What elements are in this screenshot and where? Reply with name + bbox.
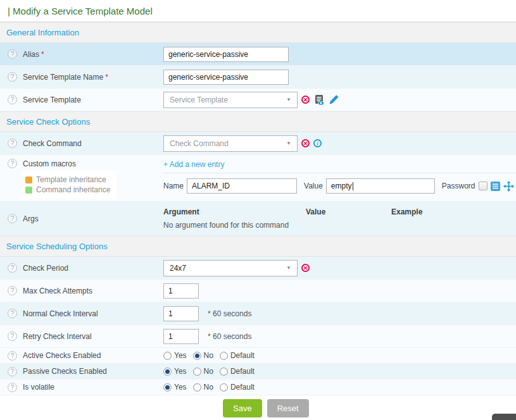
required-marker: * xyxy=(105,73,108,82)
radio-icon[interactable] xyxy=(220,352,228,360)
row-active-checks-enabled: ? Active Checks Enabled Yes No Default xyxy=(0,348,516,364)
save-button[interactable]: Save xyxy=(223,399,262,417)
radio-option-default[interactable]: Default xyxy=(220,383,255,392)
radio-icon-checked[interactable] xyxy=(163,383,172,392)
interval-unit-label: * 60 seconds xyxy=(208,332,251,341)
is-volatile-label: Is volatile xyxy=(23,383,54,392)
help-icon[interactable]: ? xyxy=(8,351,17,361)
passive-checks-enabled-label: Passive Checks Enabled xyxy=(23,367,107,376)
row-service-template: ? Service Template Service Template ▼ ✕ xyxy=(0,89,516,111)
radio-option-default[interactable]: Default xyxy=(220,367,255,376)
template-inheritance-label: Template inheritance xyxy=(36,175,106,185)
radio-icon-checked[interactable] xyxy=(193,352,201,360)
help-icon[interactable]: ? xyxy=(8,263,17,273)
corner-widget[interactable] xyxy=(492,414,516,420)
move-macro-icon[interactable] xyxy=(503,181,514,192)
radio-icon[interactable] xyxy=(220,368,228,376)
row-is-volatile: ? Is volatile Yes No Default xyxy=(0,380,516,395)
service-template-label: Service Template xyxy=(23,96,81,104)
active-checks-enabled-label: Active Checks Enabled xyxy=(23,351,101,360)
max-check-attempts-input[interactable] xyxy=(163,283,199,299)
required-marker: * xyxy=(41,50,44,59)
normal-check-interval-input[interactable] xyxy=(163,306,199,321)
alias-input[interactable] xyxy=(163,47,289,62)
help-icon[interactable]: ? xyxy=(8,214,17,223)
alias-label: Alias* xyxy=(23,50,44,59)
radio-option-yes[interactable]: Yes xyxy=(163,351,187,360)
row-alias: ? Alias* xyxy=(0,43,516,66)
help-icon[interactable]: ? xyxy=(8,139,17,148)
command-inheritance-swatch xyxy=(25,187,32,194)
row-normal-check-interval: ? Normal Check Interval * 60 seconds xyxy=(0,302,516,325)
section-service-check-options: Service Check Options xyxy=(0,111,516,132)
help-icon[interactable]: ? xyxy=(8,72,17,82)
radio-option-no[interactable]: No xyxy=(193,367,213,376)
template-inheritance-swatch xyxy=(25,176,32,183)
help-icon[interactable]: ? xyxy=(8,331,17,341)
args-header-value: Value xyxy=(306,207,391,216)
row-retry-check-interval: ? Retry Check Interval * 60 seconds xyxy=(0,325,516,348)
help-icon[interactable]: ? xyxy=(8,49,17,59)
edit-pencil-icon[interactable] xyxy=(329,94,339,105)
service-template-select[interactable]: Service Template ▼ xyxy=(163,92,298,108)
section-general-information: General Information xyxy=(0,22,516,43)
radio-icon[interactable] xyxy=(193,383,201,392)
macro-description-icon[interactable] xyxy=(491,182,500,191)
radio-icon-checked[interactable] xyxy=(163,368,172,376)
macro-name-label: Name xyxy=(163,182,184,190)
radio-icon[interactable] xyxy=(220,383,228,392)
macro-value-label: Value xyxy=(304,182,323,190)
radio-option-no[interactable]: No xyxy=(193,351,213,360)
service-template-name-label: Service Template Name* xyxy=(23,73,108,82)
retry-check-interval-input[interactable] xyxy=(163,329,199,344)
help-icon[interactable]: ? xyxy=(8,286,17,295)
help-icon[interactable]: ? xyxy=(8,309,17,318)
custom-macros-label: Custom macros xyxy=(23,159,76,168)
args-header-argument: Argument xyxy=(163,207,306,216)
row-passive-checks-enabled: ? Passive Checks Enabled Yes No Default xyxy=(0,364,516,380)
chevron-down-icon: ▼ xyxy=(286,265,291,271)
check-command-select[interactable]: Check Command ▼ xyxy=(163,135,298,152)
row-check-command: ? Check Command Check Command ▼ ✕ i xyxy=(0,132,516,155)
radio-option-yes[interactable]: Yes xyxy=(163,383,187,392)
max-check-attempts-label: Max Check Attempts xyxy=(23,287,92,295)
chevron-down-icon: ▼ xyxy=(286,97,291,102)
macro-inheritance-legend: Template inheritance Command inheritance xyxy=(22,171,116,199)
args-header-example: Example xyxy=(391,207,510,216)
chevron-down-icon: ▼ xyxy=(286,140,291,146)
radio-option-yes[interactable]: Yes xyxy=(163,367,187,376)
page-title: | Modify a Service Template Model xyxy=(0,0,516,22)
help-icon[interactable]: ? xyxy=(8,159,17,168)
macro-value-input[interactable]: empty xyxy=(326,178,435,194)
args-label: Args xyxy=(23,214,39,223)
normal-check-interval-label: Normal Check Interval xyxy=(23,309,98,318)
clear-selection-icon[interactable]: ✕ xyxy=(301,139,310,147)
args-table: Argument Value Example No argument found… xyxy=(163,207,516,230)
service-template-name-input[interactable] xyxy=(163,70,289,85)
help-icon[interactable]: ? xyxy=(8,367,17,376)
radio-icon[interactable] xyxy=(193,368,201,376)
radio-option-default[interactable]: Default xyxy=(220,351,255,360)
clear-selection-icon[interactable]: ✕ xyxy=(301,264,310,272)
reset-button[interactable]: Reset xyxy=(267,399,309,417)
row-check-period: ? Check Period 24x7 ▼ ✕ xyxy=(0,257,516,280)
view-template-icon[interactable] xyxy=(313,94,325,106)
check-command-label: Check Command xyxy=(23,139,82,148)
interval-unit-label: * 60 seconds xyxy=(208,309,251,318)
macro-password-label: Password xyxy=(442,182,475,190)
row-args: ? Args Argument Value Example No argumen… xyxy=(0,202,516,236)
macro-name-input[interactable] xyxy=(187,178,297,194)
add-new-entry-link[interactable]: + Add a new entry xyxy=(163,160,224,169)
section-service-scheduling-options: Service Scheduling Options xyxy=(0,236,516,257)
clear-selection-icon[interactable]: ✕ xyxy=(301,96,310,104)
check-period-select[interactable]: 24x7 ▼ xyxy=(163,260,298,276)
help-icon[interactable]: ? xyxy=(8,383,17,392)
info-icon[interactable]: i xyxy=(313,139,322,147)
row-service-template-name: ? Service Template Name* xyxy=(0,66,516,89)
radio-icon[interactable] xyxy=(163,352,172,360)
row-max-check-attempts: ? Max Check Attempts xyxy=(0,280,516,302)
radio-option-no[interactable]: No xyxy=(193,383,213,392)
help-icon[interactable]: ? xyxy=(8,95,17,104)
args-empty-message: No argument found for this command xyxy=(163,221,510,230)
password-checkbox[interactable] xyxy=(479,182,488,190)
